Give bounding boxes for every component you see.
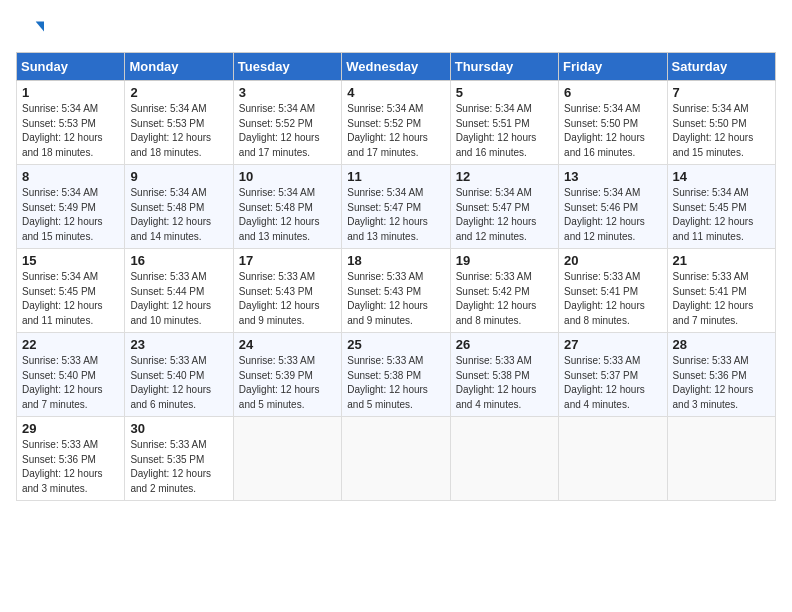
calendar-cell: 23 Sunrise: 5:33 AM Sunset: 5:40 PM Dayl… <box>125 333 233 417</box>
calendar-cell <box>233 417 341 501</box>
day-info: Sunrise: 5:33 AM Sunset: 5:35 PM Dayligh… <box>130 438 227 496</box>
calendar-cell: 20 Sunrise: 5:33 AM Sunset: 5:41 PM Dayl… <box>559 249 667 333</box>
day-info: Sunrise: 5:34 AM Sunset: 5:47 PM Dayligh… <box>347 186 444 244</box>
day-info: Sunrise: 5:34 AM Sunset: 5:48 PM Dayligh… <box>130 186 227 244</box>
day-info: Sunrise: 5:33 AM Sunset: 5:43 PM Dayligh… <box>239 270 336 328</box>
day-number: 25 <box>347 337 444 352</box>
calendar-cell: 22 Sunrise: 5:33 AM Sunset: 5:40 PM Dayl… <box>17 333 125 417</box>
day-info: Sunrise: 5:34 AM Sunset: 5:45 PM Dayligh… <box>22 270 119 328</box>
calendar-cell: 2 Sunrise: 5:34 AM Sunset: 5:53 PM Dayli… <box>125 81 233 165</box>
day-number: 10 <box>239 169 336 184</box>
calendar-cell: 13 Sunrise: 5:34 AM Sunset: 5:46 PM Dayl… <box>559 165 667 249</box>
calendar-cell <box>342 417 450 501</box>
day-info: Sunrise: 5:34 AM Sunset: 5:46 PM Dayligh… <box>564 186 661 244</box>
day-info: Sunrise: 5:34 AM Sunset: 5:52 PM Dayligh… <box>239 102 336 160</box>
day-number: 26 <box>456 337 553 352</box>
day-number: 11 <box>347 169 444 184</box>
calendar-week-row: 22 Sunrise: 5:33 AM Sunset: 5:40 PM Dayl… <box>17 333 776 417</box>
day-number: 21 <box>673 253 770 268</box>
day-info: Sunrise: 5:33 AM Sunset: 5:37 PM Dayligh… <box>564 354 661 412</box>
day-number: 15 <box>22 253 119 268</box>
day-number: 2 <box>130 85 227 100</box>
day-number: 28 <box>673 337 770 352</box>
calendar-table: SundayMondayTuesdayWednesdayThursdayFrid… <box>16 52 776 501</box>
day-info: Sunrise: 5:34 AM Sunset: 5:50 PM Dayligh… <box>564 102 661 160</box>
calendar-cell: 17 Sunrise: 5:33 AM Sunset: 5:43 PM Dayl… <box>233 249 341 333</box>
calendar-cell: 12 Sunrise: 5:34 AM Sunset: 5:47 PM Dayl… <box>450 165 558 249</box>
calendar-cell: 21 Sunrise: 5:33 AM Sunset: 5:41 PM Dayl… <box>667 249 775 333</box>
day-number: 19 <box>456 253 553 268</box>
day-info: Sunrise: 5:34 AM Sunset: 5:53 PM Dayligh… <box>130 102 227 160</box>
day-info: Sunrise: 5:33 AM Sunset: 5:41 PM Dayligh… <box>673 270 770 328</box>
day-info: Sunrise: 5:34 AM Sunset: 5:50 PM Dayligh… <box>673 102 770 160</box>
day-number: 27 <box>564 337 661 352</box>
day-number: 5 <box>456 85 553 100</box>
calendar-cell: 3 Sunrise: 5:34 AM Sunset: 5:52 PM Dayli… <box>233 81 341 165</box>
day-number: 24 <box>239 337 336 352</box>
day-info: Sunrise: 5:33 AM Sunset: 5:38 PM Dayligh… <box>347 354 444 412</box>
day-header-sunday: Sunday <box>17 53 125 81</box>
calendar-cell: 25 Sunrise: 5:33 AM Sunset: 5:38 PM Dayl… <box>342 333 450 417</box>
day-header-monday: Monday <box>125 53 233 81</box>
day-number: 3 <box>239 85 336 100</box>
calendar-cell: 4 Sunrise: 5:34 AM Sunset: 5:52 PM Dayli… <box>342 81 450 165</box>
calendar-week-row: 1 Sunrise: 5:34 AM Sunset: 5:53 PM Dayli… <box>17 81 776 165</box>
day-header-saturday: Saturday <box>667 53 775 81</box>
day-header-friday: Friday <box>559 53 667 81</box>
calendar-cell: 18 Sunrise: 5:33 AM Sunset: 5:43 PM Dayl… <box>342 249 450 333</box>
calendar-cell: 14 Sunrise: 5:34 AM Sunset: 5:45 PM Dayl… <box>667 165 775 249</box>
day-info: Sunrise: 5:33 AM Sunset: 5:43 PM Dayligh… <box>347 270 444 328</box>
day-info: Sunrise: 5:34 AM Sunset: 5:52 PM Dayligh… <box>347 102 444 160</box>
calendar-cell <box>667 417 775 501</box>
svg-rect-2 <box>16 16 36 29</box>
calendar-cell: 10 Sunrise: 5:34 AM Sunset: 5:48 PM Dayl… <box>233 165 341 249</box>
day-number: 13 <box>564 169 661 184</box>
calendar-cell: 28 Sunrise: 5:33 AM Sunset: 5:36 PM Dayl… <box>667 333 775 417</box>
calendar-cell <box>450 417 558 501</box>
day-number: 1 <box>22 85 119 100</box>
day-info: Sunrise: 5:34 AM Sunset: 5:47 PM Dayligh… <box>456 186 553 244</box>
day-number: 8 <box>22 169 119 184</box>
day-number: 22 <box>22 337 119 352</box>
day-number: 14 <box>673 169 770 184</box>
calendar-cell: 6 Sunrise: 5:34 AM Sunset: 5:50 PM Dayli… <box>559 81 667 165</box>
day-header-wednesday: Wednesday <box>342 53 450 81</box>
day-info: Sunrise: 5:34 AM Sunset: 5:53 PM Dayligh… <box>22 102 119 160</box>
calendar-cell: 7 Sunrise: 5:34 AM Sunset: 5:50 PM Dayli… <box>667 81 775 165</box>
day-info: Sunrise: 5:34 AM Sunset: 5:45 PM Dayligh… <box>673 186 770 244</box>
calendar-cell: 9 Sunrise: 5:34 AM Sunset: 5:48 PM Dayli… <box>125 165 233 249</box>
day-number: 20 <box>564 253 661 268</box>
day-info: Sunrise: 5:33 AM Sunset: 5:39 PM Dayligh… <box>239 354 336 412</box>
day-number: 30 <box>130 421 227 436</box>
calendar-cell: 5 Sunrise: 5:34 AM Sunset: 5:51 PM Dayli… <box>450 81 558 165</box>
day-info: Sunrise: 5:34 AM Sunset: 5:51 PM Dayligh… <box>456 102 553 160</box>
day-info: Sunrise: 5:33 AM Sunset: 5:44 PM Dayligh… <box>130 270 227 328</box>
day-info: Sunrise: 5:33 AM Sunset: 5:36 PM Dayligh… <box>22 438 119 496</box>
calendar-week-row: 8 Sunrise: 5:34 AM Sunset: 5:49 PM Dayli… <box>17 165 776 249</box>
day-info: Sunrise: 5:33 AM Sunset: 5:40 PM Dayligh… <box>22 354 119 412</box>
day-info: Sunrise: 5:34 AM Sunset: 5:48 PM Dayligh… <box>239 186 336 244</box>
day-info: Sunrise: 5:33 AM Sunset: 5:38 PM Dayligh… <box>456 354 553 412</box>
calendar-cell: 16 Sunrise: 5:33 AM Sunset: 5:44 PM Dayl… <box>125 249 233 333</box>
day-number: 18 <box>347 253 444 268</box>
day-number: 7 <box>673 85 770 100</box>
calendar-cell <box>559 417 667 501</box>
day-number: 29 <box>22 421 119 436</box>
calendar-cell: 27 Sunrise: 5:33 AM Sunset: 5:37 PM Dayl… <box>559 333 667 417</box>
day-header-tuesday: Tuesday <box>233 53 341 81</box>
day-number: 17 <box>239 253 336 268</box>
day-info: Sunrise: 5:33 AM Sunset: 5:42 PM Dayligh… <box>456 270 553 328</box>
day-header-thursday: Thursday <box>450 53 558 81</box>
calendar-week-row: 15 Sunrise: 5:34 AM Sunset: 5:45 PM Dayl… <box>17 249 776 333</box>
calendar-cell: 15 Sunrise: 5:34 AM Sunset: 5:45 PM Dayl… <box>17 249 125 333</box>
page-header <box>16 16 776 44</box>
calendar-cell: 11 Sunrise: 5:34 AM Sunset: 5:47 PM Dayl… <box>342 165 450 249</box>
calendar-cell: 24 Sunrise: 5:33 AM Sunset: 5:39 PM Dayl… <box>233 333 341 417</box>
day-number: 4 <box>347 85 444 100</box>
calendar-header-row: SundayMondayTuesdayWednesdayThursdayFrid… <box>17 53 776 81</box>
logo <box>16 16 48 44</box>
calendar-cell: 19 Sunrise: 5:33 AM Sunset: 5:42 PM Dayl… <box>450 249 558 333</box>
day-number: 12 <box>456 169 553 184</box>
day-info: Sunrise: 5:33 AM Sunset: 5:41 PM Dayligh… <box>564 270 661 328</box>
calendar-cell: 8 Sunrise: 5:34 AM Sunset: 5:49 PM Dayli… <box>17 165 125 249</box>
